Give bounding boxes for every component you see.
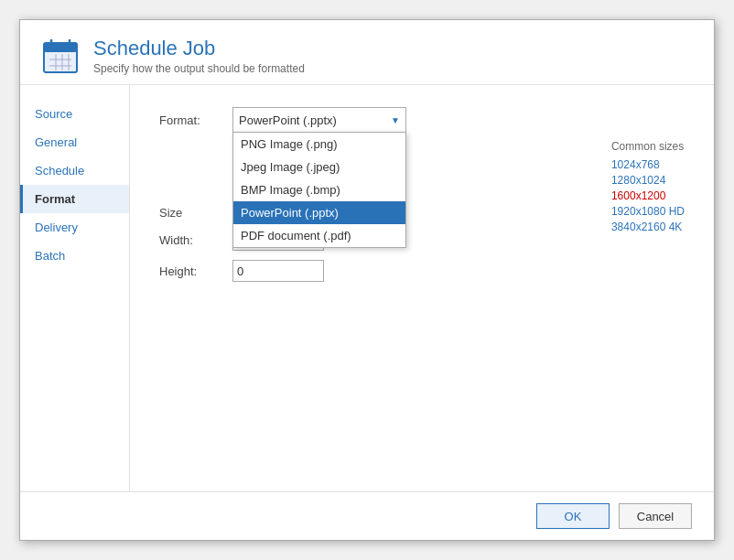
common-size-1024[interactable]: 1024x768 bbox=[611, 158, 685, 171]
height-row: Height: bbox=[159, 260, 685, 282]
sidebar-item-general[interactable]: General bbox=[20, 128, 129, 156]
option-jpeg[interactable]: Jpeg Image (.jpeg) bbox=[233, 156, 405, 178]
schedule-job-dialog: Schedule Job Specify how the output shou… bbox=[19, 19, 715, 541]
format-label: Format: bbox=[159, 113, 232, 127]
dropdown-arrow-icon: ▼ bbox=[391, 115, 400, 125]
format-select[interactable]: PowerPoint (.pptx) ▼ bbox=[232, 107, 406, 133]
common-size-3840[interactable]: 3840x2160 4K bbox=[611, 221, 685, 233]
sidebar-item-batch[interactable]: Batch bbox=[20, 242, 129, 270]
ok-button[interactable]: OK bbox=[536, 503, 610, 529]
cancel-button[interactable]: Cancel bbox=[619, 503, 692, 529]
dialog-title: Schedule Job bbox=[93, 37, 305, 60]
sidebar-item-format[interactable]: Format bbox=[20, 185, 129, 213]
format-select-wrapper: PowerPoint (.pptx) ▼ PNG Image (.png) Jp… bbox=[232, 107, 406, 133]
main-content: Format: PowerPoint (.pptx) ▼ PNG Image (… bbox=[130, 85, 714, 491]
common-sizes-title: Common sizes bbox=[611, 140, 685, 153]
common-size-1280[interactable]: 1280x1024 bbox=[611, 174, 685, 187]
svg-rect-1 bbox=[44, 43, 77, 52]
width-label: Width: bbox=[159, 233, 232, 247]
schedule-icon bbox=[42, 38, 79, 74]
option-pdf[interactable]: PDF document (.pdf) bbox=[233, 224, 405, 247]
dialog-body: Source General Schedule Format Delivery … bbox=[20, 85, 714, 491]
option-bmp[interactable]: BMP Image (.bmp) bbox=[233, 178, 405, 201]
format-selected-value: PowerPoint (.pptx) bbox=[239, 113, 337, 127]
dialog-footer: OK Cancel bbox=[20, 491, 714, 540]
sidebar-item-schedule[interactable]: Schedule bbox=[20, 156, 129, 185]
option-pptx[interactable]: PowerPoint (.pptx) bbox=[233, 201, 405, 224]
sidebar: Source General Schedule Format Delivery … bbox=[20, 85, 130, 491]
dialog-subtitle: Specify how the output should be formatt… bbox=[93, 62, 305, 75]
height-input[interactable] bbox=[232, 260, 324, 282]
dialog-header: Schedule Job Specify how the output shou… bbox=[20, 20, 714, 85]
format-row: Format: PowerPoint (.pptx) ▼ PNG Image (… bbox=[159, 107, 685, 133]
common-sizes-panel: Common sizes 1024x768 1280x1024 1600x120… bbox=[611, 140, 685, 236]
height-label: Height: bbox=[159, 264, 232, 278]
title-block: Schedule Job Specify how the output shou… bbox=[93, 37, 305, 75]
format-dropdown-menu: PNG Image (.png) Jpeg Image (.jpeg) BMP … bbox=[232, 132, 406, 248]
common-size-1600[interactable]: 1600x1200 bbox=[611, 189, 685, 202]
option-png[interactable]: PNG Image (.png) bbox=[233, 133, 405, 156]
sidebar-item-source[interactable]: Source bbox=[20, 100, 129, 128]
common-size-1920[interactable]: 1920x1080 HD bbox=[611, 205, 685, 218]
sidebar-item-delivery[interactable]: Delivery bbox=[20, 213, 129, 242]
